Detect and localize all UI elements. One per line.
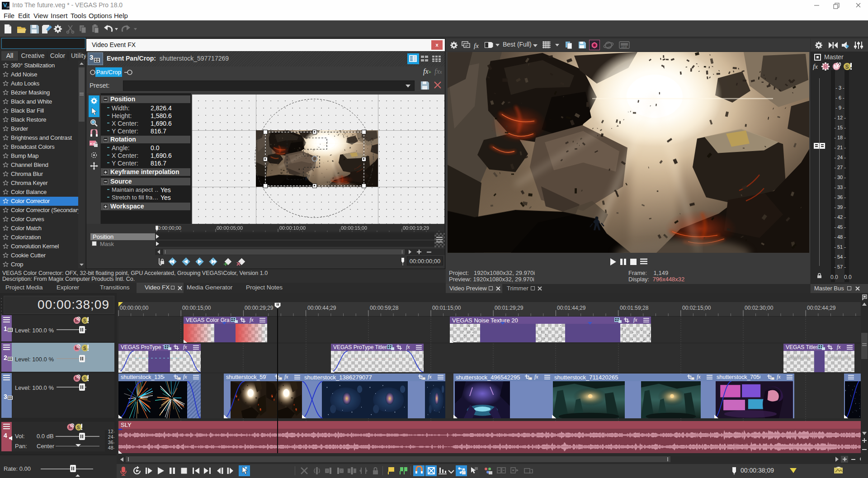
svg-text:HDR: HDR bbox=[621, 46, 627, 48]
svg-text:18: 18 bbox=[6, 6, 9, 9]
svg-text:S: S bbox=[845, 64, 849, 70]
svg-text:R: R bbox=[824, 64, 827, 69]
svg-text:fx: fx bbox=[474, 42, 479, 49]
svg-text:M: M bbox=[834, 64, 839, 70]
svg-text:fx: fx bbox=[813, 63, 818, 70]
